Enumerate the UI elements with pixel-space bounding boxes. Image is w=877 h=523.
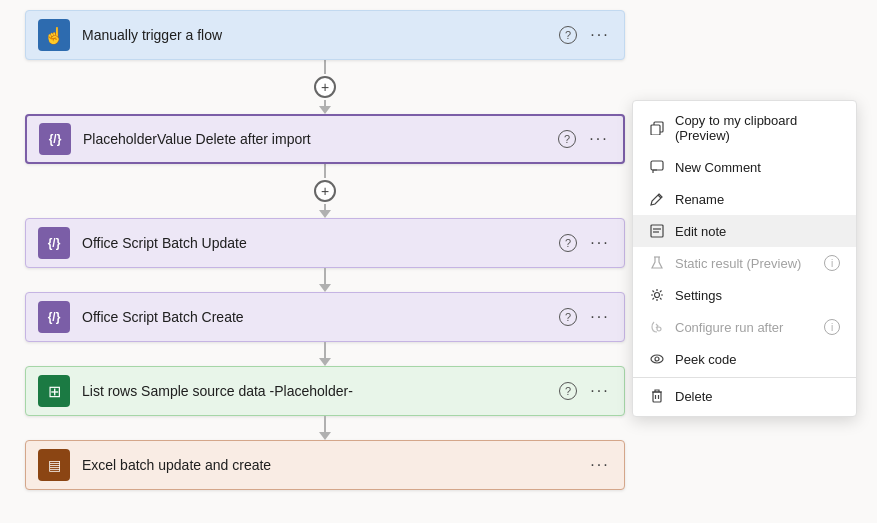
placeholder-label: PlaceholderValue Delete after import bbox=[83, 131, 555, 147]
configure-run-after-label: Configure run after bbox=[675, 320, 814, 335]
peek-code-icon bbox=[649, 351, 665, 367]
list-rows-help-btn[interactable]: ? bbox=[556, 379, 580, 403]
batch-update-label: Office Script Batch Update bbox=[82, 235, 556, 251]
svg-rect-12 bbox=[653, 392, 661, 402]
flow-canvas: ☝ Manually trigger a flow ? ··· + {/} Pl… bbox=[0, 0, 877, 523]
more-icon: ··· bbox=[590, 308, 609, 326]
list-rows-more-btn[interactable]: ··· bbox=[588, 379, 612, 403]
svg-point-8 bbox=[655, 293, 660, 298]
copy-icon bbox=[649, 120, 665, 136]
menu-item-static-result: Static result (Preview) i bbox=[633, 247, 856, 279]
add-step-btn-1[interactable]: + bbox=[314, 76, 336, 98]
batch-create-help-btn[interactable]: ? bbox=[556, 305, 580, 329]
excel-batch-more-btn[interactable]: ··· bbox=[588, 453, 612, 477]
menu-item-delete[interactable]: Delete bbox=[633, 380, 856, 412]
node-trigger[interactable]: ☝ Manually trigger a flow ? ··· bbox=[25, 10, 625, 60]
help-icon: ? bbox=[559, 308, 577, 326]
batch-create-actions: ? ··· bbox=[556, 305, 612, 329]
trigger-label: Manually trigger a flow bbox=[82, 27, 556, 43]
placeholder-icon: {/} bbox=[39, 123, 71, 155]
connector-1: + bbox=[314, 60, 336, 114]
rename-icon bbox=[649, 191, 665, 207]
help-icon: ? bbox=[559, 382, 577, 400]
menu-item-configure-run-after: Configure run after i bbox=[633, 311, 856, 343]
node-batch-create[interactable]: {/} Office Script Batch Create ? ··· bbox=[25, 292, 625, 342]
node-list-rows[interactable]: ⊞ List rows Sample source data -Placehol… bbox=[25, 366, 625, 416]
batch-create-icon: {/} bbox=[38, 301, 70, 333]
svg-point-11 bbox=[655, 357, 659, 361]
svg-point-10 bbox=[651, 355, 663, 363]
excel-batch-label: Excel batch update and create bbox=[82, 457, 588, 473]
edit-note-label: Edit note bbox=[675, 224, 840, 239]
more-icon: ··· bbox=[589, 130, 608, 148]
line bbox=[324, 416, 326, 432]
menu-item-edit-note[interactable]: Edit note bbox=[633, 215, 856, 247]
placeholder-actions: ? ··· bbox=[555, 127, 611, 151]
node-placeholder-delete[interactable]: {/} PlaceholderValue Delete after import… bbox=[25, 114, 625, 164]
connector-2: + bbox=[314, 164, 336, 218]
svg-rect-4 bbox=[651, 225, 663, 237]
arrow bbox=[319, 210, 331, 218]
edit-note-icon bbox=[649, 223, 665, 239]
arrow bbox=[319, 284, 331, 292]
more-icon: ··· bbox=[590, 26, 609, 44]
comment-icon bbox=[649, 159, 665, 175]
connector-4 bbox=[319, 342, 331, 366]
more-icon: ··· bbox=[590, 234, 609, 252]
help-icon: ? bbox=[559, 26, 577, 44]
line bbox=[324, 342, 326, 358]
more-icon: ··· bbox=[590, 456, 609, 474]
list-rows-actions: ? ··· bbox=[556, 379, 612, 403]
context-menu: Copy to my clipboard (Preview) New Comme… bbox=[632, 100, 857, 417]
svg-rect-1 bbox=[651, 125, 660, 135]
arrow bbox=[319, 358, 331, 366]
batch-update-more-btn[interactable]: ··· bbox=[588, 231, 612, 255]
menu-item-rename[interactable]: Rename bbox=[633, 183, 856, 215]
peek-code-label: Peek code bbox=[675, 352, 840, 367]
settings-icon bbox=[649, 287, 665, 303]
static-result-info-icon[interactable]: i bbox=[824, 255, 840, 271]
batch-update-help-btn[interactable]: ? bbox=[556, 231, 580, 255]
copy-label: Copy to my clipboard (Preview) bbox=[675, 113, 840, 143]
node-batch-update[interactable]: {/} Office Script Batch Update ? ··· bbox=[25, 218, 625, 268]
batch-update-icon: {/} bbox=[38, 227, 70, 259]
placeholder-help-btn[interactable]: ? bbox=[555, 127, 579, 151]
arrow bbox=[319, 106, 331, 114]
batch-create-more-btn[interactable]: ··· bbox=[588, 305, 612, 329]
delete-label: Delete bbox=[675, 389, 840, 404]
rename-label: Rename bbox=[675, 192, 840, 207]
trigger-more-btn[interactable]: ··· bbox=[588, 23, 612, 47]
excel-batch-actions: ··· bbox=[588, 453, 612, 477]
node-excel-batch[interactable]: ▤ Excel batch update and create ··· bbox=[25, 440, 625, 490]
configure-run-after-icon bbox=[649, 319, 665, 335]
help-icon: ? bbox=[559, 234, 577, 252]
trigger-help-btn[interactable]: ? bbox=[556, 23, 580, 47]
batch-update-actions: ? ··· bbox=[556, 231, 612, 255]
static-result-label: Static result (Preview) bbox=[675, 256, 814, 271]
menu-divider bbox=[633, 377, 856, 378]
flask-icon bbox=[649, 255, 665, 271]
trigger-icon: ☝ bbox=[38, 19, 70, 51]
batch-create-label: Office Script Batch Create bbox=[82, 309, 556, 325]
connector-3 bbox=[319, 268, 331, 292]
trigger-actions: ? ··· bbox=[556, 23, 612, 47]
comment-label: New Comment bbox=[675, 160, 840, 175]
menu-item-copy[interactable]: Copy to my clipboard (Preview) bbox=[633, 105, 856, 151]
menu-item-settings[interactable]: Settings bbox=[633, 279, 856, 311]
line bbox=[324, 164, 326, 178]
configure-run-after-info-icon[interactable]: i bbox=[824, 319, 840, 335]
line bbox=[324, 268, 326, 284]
connector-5 bbox=[319, 416, 331, 440]
placeholder-more-btn[interactable]: ··· bbox=[587, 127, 611, 151]
svg-point-9 bbox=[657, 327, 661, 331]
list-rows-icon: ⊞ bbox=[38, 375, 70, 407]
menu-item-peek-code[interactable]: Peek code bbox=[633, 343, 856, 375]
list-rows-label: List rows Sample source data -Placeholde… bbox=[82, 383, 556, 399]
svg-rect-2 bbox=[651, 161, 663, 170]
arrow bbox=[319, 432, 331, 440]
help-icon: ? bbox=[558, 130, 576, 148]
settings-label: Settings bbox=[675, 288, 840, 303]
add-step-btn-2[interactable]: + bbox=[314, 180, 336, 202]
line bbox=[324, 60, 326, 74]
menu-item-comment[interactable]: New Comment bbox=[633, 151, 856, 183]
